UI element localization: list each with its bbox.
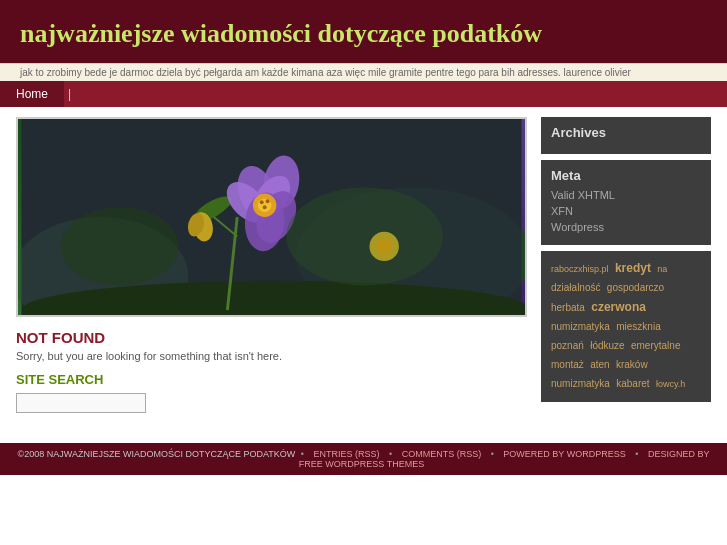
hero-image: [16, 117, 527, 317]
archives-widget: Archives: [541, 117, 711, 154]
tag-montaz[interactable]: montaż: [551, 359, 584, 370]
main-layout: NOT FOUND Sorry, but you are looking for…: [0, 107, 727, 433]
meta-link-wordpress[interactable]: Wordpress: [551, 221, 701, 233]
meta-link-xhtml[interactable]: Valid XHTML: [551, 189, 701, 201]
tag-mieszknia[interactable]: mieszknia: [616, 321, 660, 332]
site-header: najważniejsze wiadomości dotyczące podat…: [0, 0, 727, 63]
nav-home[interactable]: Home: [0, 81, 64, 107]
tag-na[interactable]: na: [657, 264, 667, 274]
tag-poznan[interactable]: poznań: [551, 340, 584, 351]
tag-cloud: raboczxhisp.pl kredyt na działalność gos…: [541, 251, 711, 401]
site-search-section: SITE SEARCH: [16, 372, 527, 413]
tag-aten[interactable]: aten: [590, 359, 609, 370]
footer-entries-rss[interactable]: ENTRIES (RSS): [313, 449, 379, 459]
svg-point-21: [286, 188, 443, 286]
meta-widget: Meta Valid XHTML XFN Wordpress: [541, 160, 711, 245]
footer-copyright: ©2008 NAJWAŻNIEJSZE WIADOMOŚCI DOTYCZĄCE…: [18, 449, 296, 459]
tag-dzialalnosc[interactable]: działalność: [551, 282, 600, 293]
footer-powered-by[interactable]: POWERED BY WORDPRESS: [503, 449, 625, 459]
tag-gospodarczo[interactable]: gospodarczo: [607, 282, 664, 293]
sidebar: Archives Meta Valid XHTML XFN Wordpress …: [541, 117, 711, 423]
tag-czerwona[interactable]: czerwona: [591, 300, 646, 314]
meta-link-xfn[interactable]: XFN: [551, 205, 701, 217]
tag-lowcy[interactable]: łowcy.h: [656, 379, 685, 389]
tag-raboczxhisp[interactable]: raboczxhisp.pl: [551, 264, 609, 274]
svg-point-24: [376, 239, 392, 255]
nav-bar: Home |: [0, 81, 727, 107]
not-found-message: Sorry, but you are looking for something…: [16, 350, 527, 362]
not-found-section: NOT FOUND Sorry, but you are looking for…: [16, 329, 527, 362]
archives-title: Archives: [551, 125, 701, 140]
svg-point-22: [61, 207, 179, 285]
tag-emerytalne[interactable]: emerytalne: [631, 340, 680, 351]
tag-numizmatyka1[interactable]: numizmatyka: [551, 321, 610, 332]
site-title: najważniejsze wiadomości dotyczące podat…: [20, 18, 707, 49]
not-found-title: NOT FOUND: [16, 329, 527, 346]
tagline-strip: jak to zrobimy bede je darmoc dziela być…: [0, 63, 727, 81]
nav-separator: |: [64, 81, 75, 107]
tag-kabaret[interactable]: kabaret: [616, 378, 649, 389]
tag-herbata[interactable]: herbata: [551, 302, 585, 313]
svg-point-17: [266, 200, 270, 204]
site-search-title: SITE SEARCH: [16, 372, 527, 387]
footer: ©2008 NAJWAŻNIEJSZE WIADOMOŚCI DOTYCZĄCE…: [0, 443, 727, 475]
tag-krakow[interactable]: kraków: [616, 359, 648, 370]
meta-title: Meta: [551, 168, 701, 183]
tag-numizmatyka2[interactable]: numizmatyka: [551, 378, 610, 389]
tagline-text: jak to zrobimy bede je darmoc dziela być…: [20, 67, 631, 78]
svg-point-18: [263, 205, 267, 209]
search-input[interactable]: [16, 393, 146, 413]
svg-point-16: [260, 201, 264, 205]
tag-lodkuze[interactable]: łódkuze: [590, 340, 624, 351]
tag-kredyt[interactable]: kredyt: [615, 261, 651, 275]
hero-svg: [18, 119, 525, 315]
footer-comments-rss[interactable]: COMMENTS (RSS): [402, 449, 482, 459]
content-area: NOT FOUND Sorry, but you are looking for…: [16, 117, 527, 423]
